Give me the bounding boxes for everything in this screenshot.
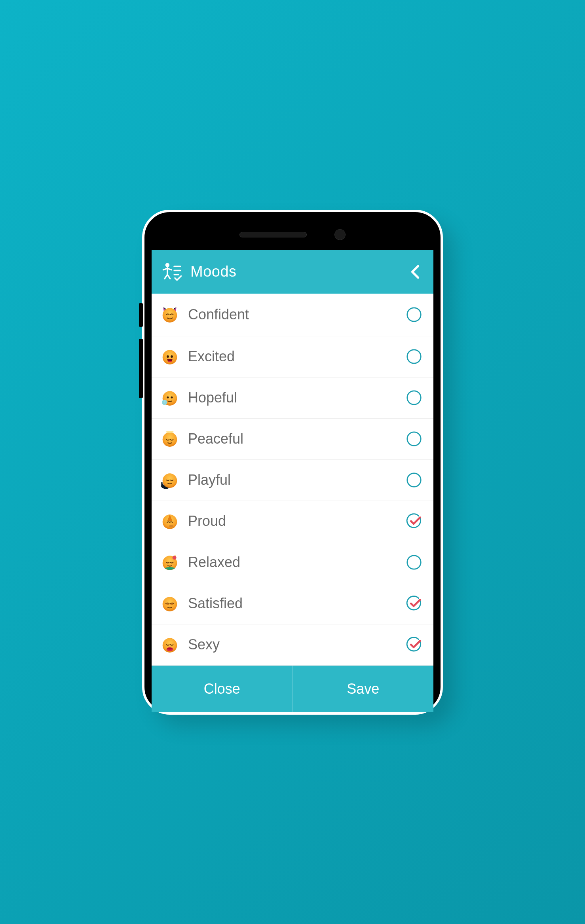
- svg-point-35: [167, 648, 172, 650]
- svg-point-6: [163, 350, 177, 364]
- hopeful-emoji-icon: [159, 387, 181, 409]
- svg-point-12: [171, 397, 173, 398]
- svg-rect-31: [167, 603, 169, 605]
- satisfied-emoji-icon: [159, 592, 181, 615]
- mood-row[interactable]: Peaceful: [152, 419, 433, 460]
- mood-label: Confident: [188, 306, 249, 323]
- svg-point-11: [167, 397, 169, 398]
- close-button[interactable]: Close: [152, 666, 293, 712]
- mood-radio[interactable]: [406, 595, 422, 612]
- svg-point-30: [163, 597, 177, 611]
- mood-radio[interactable]: [406, 389, 422, 406]
- mood-radio[interactable]: [406, 636, 422, 653]
- footer-bar: Close Save: [152, 666, 433, 712]
- mood-label: Excited: [188, 348, 235, 365]
- mood-label: Peaceful: [188, 431, 243, 447]
- svg-point-28: [173, 556, 177, 560]
- app-header: Moods: [152, 250, 433, 294]
- svg-point-7: [167, 355, 169, 358]
- mood-label: Satisfied: [188, 595, 243, 612]
- svg-point-9: [407, 350, 421, 363]
- chevron-left-icon: [407, 264, 423, 280]
- svg-point-17: [407, 432, 421, 446]
- mood-radio[interactable]: [406, 513, 422, 529]
- sexy-emoji-icon: [159, 634, 181, 656]
- mood-radio[interactable]: [406, 348, 422, 365]
- app-screen: Moods: [152, 250, 433, 712]
- svg-point-4: [163, 308, 177, 323]
- mood-row[interactable]: Proud: [152, 501, 433, 542]
- mood-label: Playful: [188, 472, 231, 488]
- moods-header-icon: [161, 261, 183, 283]
- mood-row[interactable]: Satisfied: [152, 583, 433, 624]
- mood-row[interactable]: Excited: [152, 336, 433, 378]
- svg-point-23: [163, 473, 177, 488]
- mood-row[interactable]: Playful: [152, 460, 433, 501]
- mood-list: Confident Excited: [152, 294, 433, 666]
- excited-emoji-icon: [159, 345, 181, 368]
- mood-radio[interactable]: [406, 431, 422, 447]
- svg-point-16: [166, 431, 174, 433]
- mood-label: Proud: [188, 513, 226, 529]
- phone-side-button: [139, 303, 143, 327]
- svg-point-15: [163, 432, 177, 447]
- mood-radio[interactable]: [406, 472, 422, 488]
- svg-rect-32: [171, 603, 173, 605]
- mood-row[interactable]: Confident: [152, 294, 433, 336]
- back-button[interactable]: [406, 263, 424, 281]
- mood-row[interactable]: Relaxed: [152, 542, 433, 583]
- mood-row[interactable]: Sexy: [152, 624, 433, 666]
- proud-emoji-icon: [159, 510, 181, 532]
- relaxed-emoji-icon: [159, 551, 181, 573]
- svg-rect-19: [161, 482, 162, 487]
- svg-point-29: [407, 556, 421, 569]
- svg-point-24: [407, 473, 421, 487]
- mood-row[interactable]: Hopeful: [152, 378, 433, 419]
- mood-label: Sexy: [188, 636, 220, 653]
- save-button[interactable]: Save: [293, 666, 434, 712]
- phone-side-button: [139, 339, 143, 398]
- svg-point-5: [407, 308, 421, 321]
- phone-frame: Moods: [142, 210, 443, 715]
- phone-top-bar: [152, 219, 433, 250]
- playful-emoji-icon: [159, 469, 181, 491]
- page-title: Moods: [190, 263, 237, 280]
- mood-radio[interactable]: [406, 554, 422, 571]
- svg-point-26: [169, 525, 173, 527]
- phone-speaker: [239, 232, 307, 237]
- mood-radio[interactable]: [406, 306, 422, 323]
- svg-point-0: [165, 263, 169, 267]
- svg-point-8: [171, 355, 173, 358]
- svg-point-14: [407, 391, 421, 404]
- mood-label: Relaxed: [188, 554, 240, 571]
- phone-camera: [334, 229, 346, 240]
- peaceful-emoji-icon: [159, 428, 181, 450]
- mood-label: Hopeful: [188, 389, 237, 406]
- confident-emoji-icon: [159, 304, 181, 326]
